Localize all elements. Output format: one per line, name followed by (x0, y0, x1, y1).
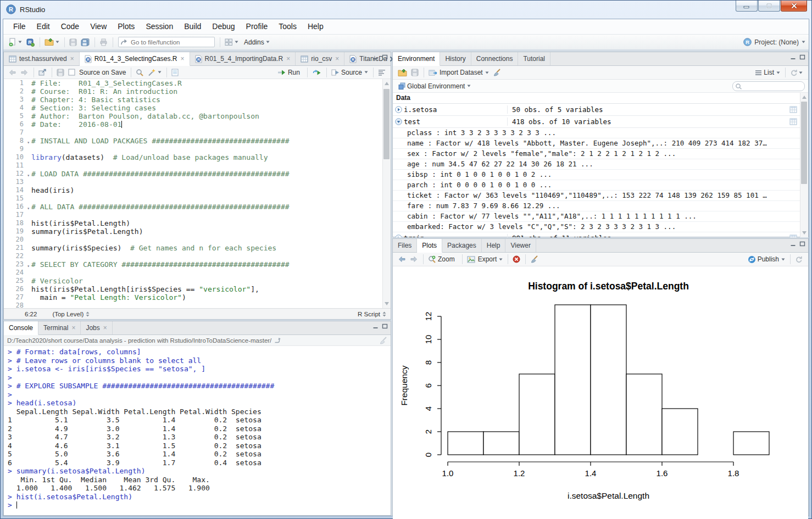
editor-scrollbar[interactable] (382, 79, 391, 308)
save-workspace-button[interactable] (409, 68, 420, 77)
plots-tab-packages[interactable]: Packages (442, 239, 482, 252)
goto-file-input[interactable] (118, 37, 215, 47)
menu-tools[interactable]: Tools (273, 19, 302, 34)
environment-maximize-pane-icon[interactable] (799, 54, 805, 60)
nav-forward-button[interactable] (19, 68, 30, 77)
clear-console-icon[interactable] (379, 337, 387, 344)
menu-file[interactable]: File (8, 19, 31, 34)
menu-profile[interactable]: Profile (241, 19, 274, 34)
nav-back-button[interactable] (7, 68, 18, 77)
scope-selector[interactable]: (Top Level) (52, 311, 90, 317)
source-tab-rio-csv[interactable]: rio_csv× (296, 52, 344, 65)
environment-tab-environment[interactable]: Environment (393, 52, 440, 66)
console-output[interactable]: > # Format: data[rows, columns]> # Leave… (4, 346, 391, 510)
source-tab-r01-4-3-selectingcases-r[interactable]: RR01_4_3_SelectingCases.R× (80, 52, 190, 66)
env-object-train[interactable]: train891 obs. of 11 variables (393, 232, 800, 237)
source-tab-test-hassurvived[interactable]: test.hassurvived× (4, 52, 80, 65)
view-data-icon[interactable] (787, 235, 800, 237)
doc-type-selector[interactable]: R Script (358, 311, 386, 317)
close-tab-icon[interactable]: × (335, 55, 339, 63)
new-file-button[interactable] (7, 37, 24, 48)
env-object-i-setosa[interactable]: i.setosa50 obs. of 5 variables (393, 104, 800, 116)
zoom-plot-button[interactable]: Zoom (426, 254, 459, 264)
source-tab-r01-5-4-importingdata-r[interactable]: RR01_5_4_ImportingData.R× (190, 52, 296, 65)
outline-button[interactable] (376, 68, 387, 77)
environment-tab-tutorial[interactable]: Tutorial (518, 52, 550, 65)
popout-button[interactable] (37, 68, 48, 77)
menu-debug[interactable]: Debug (207, 19, 240, 34)
close-button[interactable] (781, 1, 807, 12)
menu-view[interactable]: View (85, 19, 112, 34)
new-project-button[interactable]: R (24, 37, 36, 48)
plots-tab-files[interactable]: Files (393, 239, 417, 252)
close-tab-icon[interactable]: × (103, 324, 107, 332)
load-workspace-button[interactable] (396, 68, 409, 78)
source-maximize-pane-icon[interactable] (382, 54, 388, 60)
publish-button[interactable]: Publish (746, 254, 787, 265)
find-replace-button[interactable] (134, 68, 146, 77)
code-editor[interactable]: 1# File: R01_4_3_SelectingCases.R2# Cour… (4, 79, 391, 308)
source-minimize-pane-icon[interactable] (372, 54, 379, 60)
plot-back-button[interactable] (396, 255, 408, 264)
plots-minimize-pane-icon[interactable] (790, 241, 796, 247)
environment-tab-connections[interactable]: Connections (471, 52, 519, 65)
plot-forward-button[interactable] (408, 255, 420, 264)
source-button[interactable]: Source (330, 68, 370, 77)
expand-object-icon[interactable] (393, 235, 404, 237)
refresh-environment-button[interactable] (788, 68, 804, 77)
open-file-button[interactable] (43, 37, 61, 47)
menu-edit[interactable]: Edit (31, 19, 55, 34)
environment-tab-history[interactable]: History (440, 52, 471, 65)
save-all-button[interactable] (79, 37, 91, 47)
close-tab-icon[interactable]: × (71, 324, 75, 332)
console-maximize-pane-icon[interactable] (382, 323, 388, 329)
menu-plots[interactable]: Plots (112, 19, 140, 34)
fold-marker-icon[interactable]: ▾ (27, 138, 30, 147)
view-data-icon[interactable] (787, 106, 800, 113)
plots-maximize-pane-icon[interactable] (799, 241, 805, 247)
close-tab-icon[interactable]: × (181, 55, 185, 63)
menu-help[interactable]: Help (302, 19, 329, 34)
environment-scope-button[interactable]: Global Environment (396, 81, 472, 91)
list-view-button[interactable]: List (753, 68, 782, 77)
minimize-button[interactable] (736, 1, 758, 12)
menu-code[interactable]: Code (55, 19, 85, 34)
env-object-test[interactable]: test418 obs. of 10 variables (393, 116, 800, 128)
fold-marker-icon[interactable]: ▾ (27, 171, 30, 180)
plots-tab-help[interactable]: Help (482, 239, 506, 252)
environment-search-input[interactable] (732, 81, 805, 91)
close-tab-icon[interactable]: × (286, 55, 290, 63)
environment-scrollbar[interactable] (800, 93, 808, 237)
export-plot-button[interactable]: Export (465, 254, 505, 264)
refresh-plot-button[interactable] (793, 255, 804, 264)
collapse-object-icon[interactable] (393, 118, 404, 125)
console-tab-terminal[interactable]: Terminal× (38, 321, 81, 334)
compile-report-button[interactable] (170, 68, 180, 77)
clear-environment-button[interactable] (491, 68, 503, 77)
import-dataset-button[interactable]: Import Dataset (427, 68, 491, 77)
addins-button[interactable]: Addins (241, 37, 271, 47)
console-tab-console[interactable]: Console (4, 321, 38, 335)
rerun-button[interactable] (310, 68, 323, 77)
maximize-button[interactable] (758, 1, 780, 12)
remove-plot-button[interactable] (511, 254, 522, 264)
project-menu-button[interactable]: R Project: (None) (743, 38, 805, 46)
fold-marker-icon[interactable]: ▾ (27, 262, 30, 270)
run-button[interactable]: Run (276, 68, 304, 77)
console-minimize-pane-icon[interactable] (372, 323, 379, 329)
goto-directory-icon[interactable] (274, 337, 281, 343)
clear-plots-button[interactable] (529, 254, 540, 264)
fold-marker-icon[interactable]: ▾ (27, 204, 30, 213)
close-tab-icon[interactable]: × (70, 55, 74, 63)
console-tab-jobs[interactable]: Jobs× (81, 321, 112, 334)
code-tools-button[interactable] (146, 68, 163, 77)
environment-minimize-pane-icon[interactable] (790, 54, 796, 60)
menu-build[interactable]: Build (179, 19, 207, 34)
source-on-save-checkbox[interactable] (66, 68, 77, 77)
view-data-icon[interactable] (787, 118, 800, 125)
expand-object-icon[interactable] (393, 106, 404, 113)
plots-tab-plots[interactable]: Plots (417, 239, 442, 253)
print-button[interactable] (98, 37, 109, 47)
save-doc-button[interactable] (55, 68, 66, 77)
plots-tab-viewer[interactable]: Viewer (505, 239, 536, 252)
